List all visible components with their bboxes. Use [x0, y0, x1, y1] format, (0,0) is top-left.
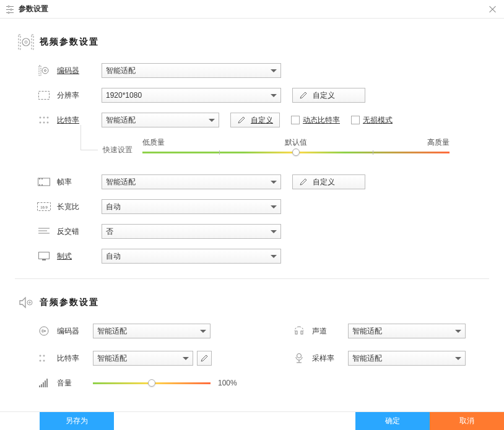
chevron-down-icon	[183, 357, 189, 360]
audio-encoder-label: 编码器	[57, 326, 93, 337]
chevron-down-icon	[271, 255, 277, 258]
svg-point-43	[43, 360, 45, 361]
svg-rect-49	[43, 382, 44, 387]
svg-point-15	[45, 70, 46, 72]
svg-rect-9	[19, 35, 20, 49]
quality-slider[interactable]: 低质量 默认值 高质量	[142, 137, 450, 162]
cancel-button[interactable]: 取消	[430, 412, 504, 430]
svg-point-19	[47, 117, 48, 118]
svg-rect-48	[41, 384, 42, 387]
chevron-down-icon	[455, 357, 461, 360]
pencil-icon	[237, 116, 246, 124]
video-deinterlace-dropdown[interactable]: 否	[102, 224, 281, 239]
video-fps-label: 帧率	[57, 177, 102, 187]
checkbox-box	[291, 116, 300, 124]
svg-rect-51	[46, 379, 48, 387]
quality-low-label: 低质量	[142, 137, 165, 148]
svg-point-11	[22, 38, 30, 46]
svg-rect-50	[45, 381, 46, 387]
chevron-down-icon	[271, 205, 277, 209]
video-aspect-dropdown[interactable]: 自动	[102, 199, 281, 214]
svg-rect-34	[42, 259, 46, 260]
svg-rect-3	[6, 9, 11, 10]
settings-icon	[5, 4, 15, 14]
chevron-down-icon	[209, 119, 215, 122]
dynamic-bitrate-checkbox[interactable]: 动态比特率	[291, 115, 340, 126]
audio-section-header: 音频参数设置	[15, 279, 489, 317]
svg-rect-39	[301, 331, 303, 334]
video-deinterlace-label: 反交错	[57, 226, 102, 237]
encoder-icon	[37, 64, 51, 77]
svg-point-37	[40, 327, 48, 335]
chevron-down-icon	[271, 69, 277, 72]
video-standard-dropdown[interactable]: 自动	[102, 249, 281, 264]
video-bitrate-custom-button[interactable]: 自定义	[230, 113, 280, 127]
svg-point-12	[25, 41, 27, 43]
slider-thumb[interactable]	[292, 148, 300, 156]
svg-point-14	[42, 67, 48, 74]
svg-rect-47	[39, 385, 40, 387]
lossless-checkbox[interactable]: 无损模式	[351, 115, 393, 126]
video-resolution-custom-button[interactable]: 自定义	[292, 88, 365, 103]
slider-thumb[interactable]	[148, 379, 155, 387]
chevron-down-icon	[271, 230, 277, 233]
video-section-header: 视频参数设置	[15, 19, 489, 57]
svg-rect-33	[39, 252, 50, 259]
audio-volume-label: 音量	[57, 378, 93, 389]
chevron-down-icon	[455, 330, 461, 333]
audio-samplerate-dropdown[interactable]: 智能适配	[348, 351, 466, 366]
close-button[interactable]	[488, 4, 498, 14]
window-title: 参数设置	[19, 4, 48, 14]
footer: 另存为 确定 取消	[0, 411, 504, 430]
svg-point-8	[8, 12, 9, 13]
audio-encoder-icon	[37, 324, 51, 338]
svg-point-40	[40, 355, 41, 356]
saveas-button[interactable]: 另存为	[40, 412, 114, 430]
quick-settings-label: 快速设置	[103, 145, 133, 155]
audio-bitrate-dropdown[interactable]: 智能适配	[93, 351, 193, 366]
video-fps-custom-button[interactable]: 自定义	[292, 174, 365, 189]
audio-bitrate-edit-button[interactable]	[197, 351, 212, 366]
video-section-title: 视频参数设置	[40, 37, 99, 48]
svg-text:16:9: 16:9	[40, 205, 48, 209]
svg-rect-10	[32, 35, 33, 49]
svg-point-17	[40, 117, 41, 118]
svg-point-2	[8, 6, 9, 7]
channel-icon	[292, 324, 306, 338]
svg-rect-1	[9, 6, 14, 7]
volume-slider[interactable]	[93, 382, 211, 384]
fps-icon	[37, 175, 51, 189]
samplerate-icon	[292, 351, 306, 365]
film-gear-icon	[17, 33, 35, 51]
ok-button[interactable]: 确定	[355, 412, 430, 430]
quality-default-label: 默认值	[285, 137, 307, 148]
video-resolution-label: 分辨率	[57, 90, 102, 101]
video-fps-dropdown[interactable]: 智能适配	[102, 174, 281, 189]
audio-bitrate-icon	[37, 351, 51, 365]
audio-channel-dropdown[interactable]: 智能适配	[348, 324, 466, 338]
video-bitrate-dropdown[interactable]: 智能适配	[102, 113, 219, 127]
standard-icon	[37, 249, 51, 263]
connector-line	[80, 125, 81, 150]
speaker-gear-icon	[17, 294, 35, 311]
video-resolution-dropdown[interactable]: 1920*1080	[102, 88, 281, 103]
volume-value: 100%	[218, 379, 237, 387]
quality-high-label: 高质量	[427, 137, 450, 148]
aspect-icon: 16:9	[37, 200, 51, 213]
svg-point-36	[29, 302, 30, 303]
connector-line	[80, 150, 98, 150]
video-bitrate-label: 比特率	[57, 115, 102, 126]
checkbox-box	[351, 116, 360, 124]
video-aspect-label: 长宽比	[57, 202, 102, 212]
svg-point-41	[43, 355, 45, 356]
video-encoder-dropdown[interactable]: 智能适配	[102, 63, 281, 78]
svg-rect-16	[39, 92, 50, 100]
audio-channel-label: 声道	[312, 326, 348, 337]
svg-point-35	[27, 300, 32, 305]
audio-section-title: 音频参数设置	[40, 297, 99, 308]
svg-rect-26	[39, 184, 40, 186]
audio-encoder-dropdown[interactable]: 智能适配	[93, 324, 211, 338]
svg-point-5	[11, 9, 12, 10]
svg-point-44	[297, 354, 302, 358]
chevron-down-icon	[271, 181, 277, 184]
